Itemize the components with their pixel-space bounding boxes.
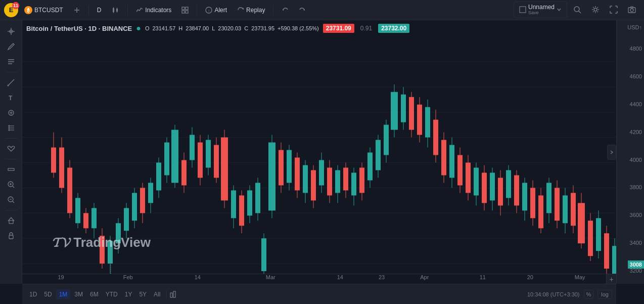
annotation-tool[interactable]: T [3, 91, 19, 105]
period-1m[interactable]: 1M [56, 289, 71, 299]
fullscreen-button[interactable] [606, 4, 622, 16]
svg-rect-77 [116, 223, 121, 243]
svg-rect-178 [522, 183, 527, 210]
replay-button[interactable]: Replay [233, 5, 269, 16]
left-divider-2 [5, 138, 17, 139]
period-5y[interactable]: 5Y [136, 289, 150, 299]
camera-icon [628, 6, 636, 14]
indicators-button[interactable]: Indicators [132, 5, 175, 16]
chart-title: Bitcoin / TetherUS · 1D · BINANCE [26, 25, 132, 32]
search-icon [573, 6, 581, 14]
svg-rect-75 [108, 241, 113, 264]
svg-rect-110 [247, 190, 252, 215]
svg-rect-112 [255, 183, 260, 213]
home-tool[interactable] [3, 213, 19, 228]
lock-tool[interactable] [3, 229, 19, 243]
symbol-button[interactable]: ₿ BTCUSDT [20, 4, 67, 16]
svg-line-45 [13, 186, 14, 188]
time-label-23: 23 [379, 274, 385, 280]
svg-rect-188 [563, 195, 568, 223]
svg-rect-136 [351, 172, 356, 195]
bottom-divider [166, 290, 167, 298]
chart-type-button[interactable] [107, 4, 123, 16]
svg-rect-198 [604, 233, 609, 269]
period-3m[interactable]: 3M [71, 289, 86, 299]
time-label-feb: Feb [123, 274, 133, 280]
period-6m[interactable]: 6M [87, 289, 102, 299]
templates-icon [181, 7, 189, 14]
timeframe-button[interactable]: D [93, 5, 106, 16]
top-toolbar: E 11 ₿ BTCUSDT D Ind [0, 0, 644, 20]
alert-button[interactable]: ! Alert [201, 5, 231, 16]
shape-tool[interactable] [3, 106, 19, 120]
add-symbol-button[interactable] [69, 5, 84, 16]
spread-value: 0.91 [358, 25, 374, 32]
period-1d[interactable]: 1D [26, 289, 40, 299]
svg-rect-67 [75, 198, 80, 223]
svg-rect-148 [401, 95, 406, 122]
svg-rect-196 [596, 218, 601, 251]
bottom-controls-bar: 1D 5D 1M 3M 6M YTD 1Y 5Y All 10:34:08 (U… [22, 284, 616, 304]
svg-rect-50 [9, 235, 13, 239]
svg-rect-134 [343, 167, 348, 190]
svg-rect-100 [206, 140, 211, 168]
svg-rect-138 [359, 167, 364, 193]
svg-rect-69 [83, 213, 88, 228]
period-ytd[interactable]: YTD [103, 289, 121, 299]
svg-rect-90 [164, 143, 169, 176]
svg-rect-182 [538, 195, 543, 228]
compare-button[interactable] [170, 291, 177, 298]
period-all[interactable]: All [151, 289, 163, 299]
undo-button[interactable] [278, 5, 293, 16]
favorite-tool[interactable] [3, 142, 19, 156]
zoom-out-tool[interactable] [3, 193, 19, 207]
templates-button[interactable] [177, 5, 193, 16]
svg-rect-150 [409, 97, 414, 130]
settings-button[interactable] [587, 4, 604, 16]
timestamp: 10:34:08 (UTC+3:30) [527, 291, 580, 297]
pen-icon [7, 42, 15, 51]
heart-icon [7, 145, 15, 153]
period-5d[interactable]: 5D [41, 289, 55, 299]
lock-icon [7, 232, 15, 240]
svg-rect-160 [449, 145, 454, 178]
expand-panel-button[interactable] [607, 145, 616, 160]
percent-toggle[interactable]: % [584, 290, 594, 299]
text-tool[interactable] [3, 55, 19, 69]
screenshot-button[interactable] [624, 4, 640, 16]
svg-rect-84 [140, 188, 145, 213]
svg-line-31 [8, 79, 14, 85]
line-tool[interactable] [3, 75, 19, 90]
price-label-4800: 4800 [617, 46, 644, 52]
svg-point-24 [630, 9, 633, 12]
svg-rect-86 [148, 183, 153, 203]
chart-area[interactable]: Bitcoin / TetherUS · 1D · BINANCE ● O 23… [22, 20, 616, 284]
svg-rect-94 [181, 160, 187, 186]
svg-rect-41 [8, 168, 14, 170]
currency-label: USD↑ [616, 20, 644, 35]
zoom-in-tool[interactable] [3, 178, 19, 192]
period-1y[interactable]: 1Y [122, 289, 135, 299]
time-label-mar: Mar [266, 274, 275, 280]
log-button[interactable]: log [597, 290, 612, 299]
svg-rect-154 [425, 107, 430, 138]
exchange-logo[interactable]: E 11 [4, 3, 18, 17]
chevron-down-icon [557, 7, 562, 12]
svg-rect-80 [124, 208, 129, 231]
svg-rect-174 [506, 170, 511, 198]
crosshair-tool[interactable] [3, 24, 19, 38]
redo-button[interactable] [295, 5, 310, 16]
svg-point-32 [7, 85, 9, 86]
search-button[interactable] [569, 4, 585, 16]
svg-rect-19 [520, 7, 526, 13]
svg-rect-186 [555, 188, 560, 221]
layout-button[interactable]: Unnamed Save [514, 2, 567, 18]
add-time-button[interactable]: + [606, 274, 616, 284]
time-label-20: 20 [527, 274, 533, 280]
svg-rect-73 [100, 236, 105, 264]
left-divider-4 [5, 210, 17, 210]
fib-tool[interactable] [3, 121, 19, 135]
measure-tool[interactable] [3, 162, 19, 177]
draw-tool[interactable] [3, 39, 19, 54]
svg-rect-104 [221, 138, 228, 201]
